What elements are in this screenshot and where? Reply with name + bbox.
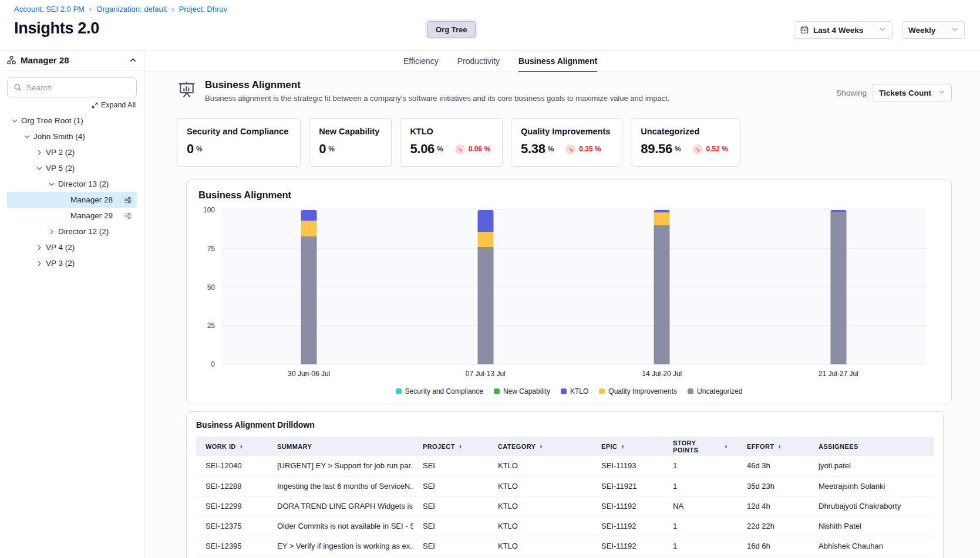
- column-header-project[interactable]: PROJECT▲▼: [413, 437, 489, 456]
- y-tick-label: 75: [207, 245, 215, 253]
- search-icon: [14, 83, 22, 92]
- chevron-right-icon[interactable]: [36, 244, 43, 251]
- cell-work-id: SEI-12299: [196, 496, 268, 516]
- tree-search-input[interactable]: [26, 83, 130, 92]
- tree-item-vp-5[interactable]: VP 5 (2): [7, 160, 137, 176]
- granularity-select[interactable]: Weekly: [902, 21, 965, 39]
- legend-label: KTLO: [570, 387, 588, 395]
- tree-item-label: VP 3 (2): [46, 259, 75, 268]
- legend-item[interactable]: New Capability: [494, 387, 550, 395]
- top-header: Account: SEI 2.0 PM › Organization: defa…: [0, 0, 980, 50]
- column-header-work-id[interactable]: WORK ID▲▼: [196, 437, 268, 456]
- org-tree-button[interactable]: Org Tree: [427, 21, 476, 38]
- tree-item-vp-2[interactable]: VP 2 (2): [7, 144, 137, 160]
- kpi-delta-badge: ↘ 0.06 %: [455, 144, 490, 154]
- tab-productivity[interactable]: Productivity: [457, 50, 500, 72]
- tab-efficiency[interactable]: Efficiency: [403, 50, 439, 72]
- sort-icon[interactable]: ▲▼: [621, 444, 625, 449]
- expand-all-label: Expand All: [101, 101, 136, 109]
- table-row[interactable]: SEI-12299 DORA TREND LINE GRAPH Widgets …: [196, 496, 934, 516]
- cell-category: KTLO: [489, 476, 592, 496]
- table-row[interactable]: SEI-12395 EY > Verify if ingestion is wo…: [196, 536, 934, 556]
- column-header-epic[interactable]: EPIC▲▼: [592, 437, 664, 456]
- breadcrumb-project-link[interactable]: Project: Dhruv: [179, 5, 227, 13]
- chevron-right-icon[interactable]: [48, 228, 55, 235]
- cell-work-id: SEI-12288: [196, 476, 268, 496]
- tree-item-director-12[interactable]: Director 12 (2): [7, 224, 137, 239]
- tree-item-john-smith[interactable]: John Smith (4): [7, 128, 137, 144]
- table-row[interactable]: SEI-12375 Older Commits is not available…: [196, 516, 934, 536]
- column-header-effort[interactable]: EFFORT▲▼: [737, 437, 809, 456]
- kpi-card-new-capability: New Capability 0 %: [309, 118, 392, 167]
- date-range-select[interactable]: Last 4 Weeks: [794, 21, 893, 39]
- filter-sliders-icon[interactable]: [124, 196, 132, 204]
- legend-item[interactable]: Uncategorized: [688, 387, 742, 395]
- drilldown-table: WORK ID▲▼ SUMMARY PROJECT▲▼ CATEGORY▲▼ E…: [196, 437, 934, 556]
- filter-sliders-icon[interactable]: [124, 212, 132, 220]
- chevron-down-icon[interactable]: [48, 181, 55, 188]
- column-header-story-points[interactable]: STORY POINTS▲▼: [664, 437, 737, 456]
- cell-effort: 35d 23h: [737, 476, 809, 496]
- sort-icon[interactable]: ▲▼: [777, 444, 782, 449]
- legend-swatch: [396, 388, 402, 394]
- calendar-icon: [800, 26, 809, 34]
- cell-story-points: 1: [664, 516, 737, 536]
- sort-icon[interactable]: ▲▼: [724, 444, 728, 449]
- legend-swatch: [494, 388, 500, 394]
- collapse-chevron-up-icon[interactable]: [129, 56, 137, 64]
- business-alignment-chart-card: Business Alignment 0255075100 30 Jun-06 …: [186, 180, 952, 404]
- cell-story-points: 1: [664, 536, 737, 556]
- tree-item-vp-4[interactable]: VP 4 (2): [7, 239, 137, 255]
- table-row[interactable]: SEI-12288 Ingesting the last 6 months of…: [196, 476, 934, 496]
- cell-epic: SEI-11192: [592, 516, 664, 536]
- stacked-bar[interactable]: [477, 210, 493, 364]
- stacked-bar[interactable]: [301, 210, 317, 364]
- breadcrumb-separator-icon: ›: [171, 5, 174, 13]
- chevron-down-icon[interactable]: [23, 133, 31, 140]
- kpi-delta-value: 0.52 %: [706, 145, 728, 153]
- column-header-category[interactable]: CATEGORY▲▼: [489, 437, 592, 456]
- table-row[interactable]: SEI-12040 [URGENT] EY > Support for job …: [196, 456, 934, 476]
- chevron-down-icon[interactable]: [36, 165, 43, 172]
- cell-summary: EY > Verify if ingestion is working as e…: [268, 536, 413, 556]
- kpi-delta-value: 0.35 %: [579, 145, 601, 153]
- breadcrumb-separator-icon: ›: [89, 5, 92, 13]
- chevron-down-icon: [938, 89, 945, 97]
- showing-select[interactable]: Tickets Count: [873, 84, 952, 102]
- kpi-value: 0: [187, 141, 194, 157]
- tree-item-manager-29[interactable]: Manager 29: [7, 208, 137, 224]
- chevron-right-icon[interactable]: [36, 149, 43, 156]
- stacked-bar[interactable]: [654, 210, 670, 364]
- tab-business-alignment[interactable]: Business Alignment: [518, 50, 597, 72]
- showing-value: Tickets Count: [879, 89, 934, 97]
- chevron-right-icon[interactable]: [36, 260, 43, 267]
- kpi-unit: %: [196, 145, 203, 153]
- legend-item[interactable]: Quality Improvements: [599, 387, 677, 395]
- tree-item-vp-3[interactable]: VP 3 (2): [7, 255, 137, 271]
- tree-item-director-13[interactable]: Director 13 (2): [7, 176, 137, 192]
- tree-item-label: Director 13 (2): [58, 180, 109, 188]
- legend-item[interactable]: KTLO: [561, 387, 588, 395]
- sidebar-title: Manager 28: [21, 55, 124, 65]
- tree-item-label: Manager 28: [70, 195, 113, 204]
- chevron-down-icon[interactable]: [11, 117, 18, 124]
- breadcrumb-account-link[interactable]: Account: SEI 2.0 PM: [14, 5, 85, 13]
- stacked-bar[interactable]: [830, 210, 846, 364]
- sort-icon[interactable]: ▲▼: [459, 444, 463, 449]
- sort-icon[interactable]: ▲▼: [539, 444, 543, 449]
- tree-item-manager-28[interactable]: Manager 28: [7, 192, 137, 208]
- cell-work-id: SEI-12040: [196, 456, 268, 476]
- expand-all-button[interactable]: Expand All: [92, 101, 136, 109]
- breadcrumb-organization-link[interactable]: Organization: default: [96, 5, 167, 13]
- kpi-card-uncategorized: Uncategorized 89.56 % ↘ 0.52 %: [631, 118, 740, 167]
- cell-summary: Older Commits is not available in SEI - …: [268, 516, 413, 536]
- cell-category: KTLO: [489, 536, 592, 556]
- chart-band: [221, 210, 398, 364]
- kpi-card-quality-improvements: Quality Improvements 5.38 % ↘ 0.35 %: [511, 118, 622, 167]
- cell-summary: [URGENT] EY > Support for job run par...: [268, 456, 413, 476]
- kpi-unit: %: [437, 145, 443, 153]
- legend-label: New Capability: [503, 387, 550, 395]
- sort-icon[interactable]: ▲▼: [240, 444, 244, 449]
- legend-item[interactable]: Security and Compliance: [396, 387, 483, 395]
- tree-item-org-tree-root[interactable]: Org Tree Root (1): [7, 113, 137, 128]
